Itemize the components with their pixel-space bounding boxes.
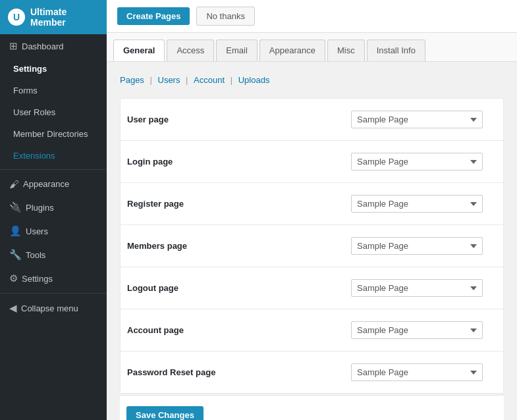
field-label-logout-page: Logout page: [127, 283, 351, 293]
save-area: Save Changes: [120, 395, 504, 420]
tab-general[interactable]: General: [113, 39, 165, 61]
breadcrumb-sep-3: |: [231, 75, 235, 85]
table-row: Register page Sample PageHomeAbout: [121, 183, 503, 225]
plugins-icon: 🔌: [9, 201, 22, 213]
settings-wp-icon: ⚙: [9, 273, 18, 284]
table-row: Account page Sample PageHomeAbout: [121, 309, 503, 352]
account-page-select[interactable]: Sample PageHomeAbout: [351, 321, 483, 339]
sidebar-item-tools[interactable]: 🔧 Tools: [0, 243, 107, 267]
users-icon: 👤: [9, 225, 22, 237]
field-control-password-reset-page: Sample PageHomeAbout: [351, 363, 497, 381]
breadcrumb: Pages | Users | Account | Uploads: [120, 75, 504, 85]
sidebar-brand: Ultimate Member: [30, 7, 99, 28]
sidebar-divider-2: [0, 293, 107, 294]
sidebar-item-users[interactable]: 👤 Users: [0, 219, 107, 243]
content-area: Pages | Users | Account | Uploads User p…: [107, 62, 517, 420]
field-label-login-page: Login page: [127, 157, 351, 167]
table-row: Members page Sample PageHomeAbout: [121, 225, 503, 267]
tab-install-info[interactable]: Install Info: [367, 39, 425, 61]
breadcrumb-account[interactable]: Account: [194, 75, 225, 85]
save-changes-button[interactable]: Save Changes: [126, 406, 204, 420]
sidebar-item-label: Dashboard: [22, 41, 64, 51]
password-reset-page-select[interactable]: Sample PageHomeAbout: [351, 363, 483, 381]
sidebar-collapse-menu[interactable]: ◀ Collapse menu: [0, 296, 107, 320]
create-pages-button[interactable]: Create Pages: [117, 7, 190, 25]
field-control-user-page: Sample PageHomeAbout: [351, 111, 497, 128]
tools-icon: 🔧: [9, 249, 22, 261]
user-page-select[interactable]: Sample PageHomeAbout: [351, 111, 483, 128]
field-control-account-page: Sample PageHomeAbout: [351, 321, 497, 339]
sidebar-item-label: Member Directories: [13, 129, 88, 139]
sidebar-item-extensions[interactable]: Extensions: [0, 145, 107, 167]
sidebar-item-label: Extensions: [13, 151, 55, 161]
sidebar: U Ultimate Member ⊞ Dashboard Settings F…: [0, 0, 107, 420]
breadcrumb-sep-1: |: [150, 75, 155, 85]
sidebar-item-label: Tools: [26, 250, 45, 260]
sidebar-item-plugins[interactable]: 🔌 Plugins: [0, 196, 107, 219]
tab-appearance[interactable]: Appearance: [259, 39, 325, 61]
sidebar-header[interactable]: U Ultimate Member: [0, 0, 107, 34]
tab-misc[interactable]: Misc: [327, 39, 365, 61]
avatar: U: [8, 9, 25, 26]
members-page-select[interactable]: Sample PageHomeAbout: [351, 237, 483, 255]
sidebar-item-label: Appearance: [23, 179, 69, 189]
table-row: Login page Sample PageHomeAbout: [121, 141, 503, 183]
field-control-login-page: Sample PageHomeAbout: [351, 153, 497, 171]
field-label-register-page: Register page: [127, 199, 351, 209]
login-page-select[interactable]: Sample PageHomeAbout: [351, 153, 483, 171]
logout-page-select[interactable]: Sample PageHomeAbout: [351, 279, 483, 297]
field-label-user-page: User page: [127, 115, 351, 124]
breadcrumb-sep-2: |: [186, 75, 190, 85]
form-rows-container: User page Sample PageHomeAbout Login pag…: [120, 98, 504, 394]
field-label-account-page: Account page: [127, 325, 351, 335]
breadcrumb-uploads[interactable]: Uploads: [238, 75, 270, 85]
sidebar-item-forms[interactable]: Forms: [0, 80, 107, 101]
main-content: Create Pages No thanks General Access Em…: [107, 0, 517, 420]
table-row: Password Reset page Sample PageHomeAbout: [121, 352, 503, 393]
breadcrumb-users[interactable]: Users: [158, 75, 180, 85]
sidebar-item-label: Settings: [22, 274, 53, 284]
sidebar-item-dashboard[interactable]: ⊞ Dashboard: [0, 34, 107, 58]
table-row: User page Sample PageHomeAbout: [121, 99, 503, 141]
tab-access[interactable]: Access: [167, 39, 214, 61]
sidebar-item-settings-wp[interactable]: ⚙ Settings: [0, 267, 107, 290]
breadcrumb-pages[interactable]: Pages: [120, 75, 144, 85]
dashboard-icon: ⊞: [9, 40, 18, 52]
field-label-password-reset-page: Password Reset page: [127, 367, 351, 377]
appearance-icon: 🖌: [9, 178, 19, 190]
tabs-bar: General Access Email Appearance Misc Ins…: [107, 33, 517, 62]
table-row: Logout page Sample PageHomeAbout: [121, 267, 503, 309]
field-control-members-page: Sample PageHomeAbout: [351, 237, 497, 255]
sidebar-item-label: Plugins: [26, 203, 54, 213]
sidebar-item-member-directories[interactable]: Member Directories: [0, 123, 107, 145]
sidebar-item-settings[interactable]: Settings: [0, 58, 107, 80]
sidebar-item-user-roles[interactable]: User Roles: [0, 101, 107, 123]
sidebar-divider: [0, 169, 107, 170]
field-label-members-page: Members page: [127, 241, 351, 251]
top-bar: Create Pages No thanks: [107, 0, 517, 33]
sidebar-item-label: User Roles: [13, 107, 55, 117]
sidebar-item-label: Settings: [13, 64, 47, 74]
collapse-icon: ◀: [9, 302, 17, 314]
sidebar-item-label: Users: [26, 226, 48, 236]
sidebar-item-label: Forms: [13, 86, 38, 95]
sidebar-item-appearance[interactable]: 🖌 Appearance: [0, 172, 107, 196]
field-control-logout-page: Sample PageHomeAbout: [351, 279, 497, 297]
register-page-select[interactable]: Sample PageHomeAbout: [351, 195, 483, 213]
field-control-register-page: Sample PageHomeAbout: [351, 195, 497, 213]
no-thanks-button[interactable]: No thanks: [196, 7, 255, 26]
collapse-label: Collapse menu: [21, 303, 78, 313]
tab-email[interactable]: Email: [216, 39, 258, 61]
